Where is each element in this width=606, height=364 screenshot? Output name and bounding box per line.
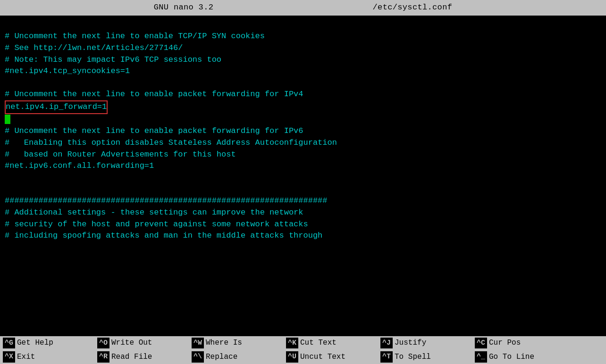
editor-line: #net.ipv6.conf.all.forwarding=1 [5,160,601,172]
menu-shortcut: ^\ [192,351,204,363]
menu-shortcut: ^X [3,351,15,363]
menu-item[interactable]: ^\Replace [189,351,283,363]
editor-line [5,77,601,89]
menu-label: To Spell [395,352,431,363]
editor-line [5,114,601,126]
menu-label: Where Is [206,338,242,348]
menu-item[interactable]: ^JJustify [378,337,472,349]
menu-shortcut: ^T [380,351,393,363]
cursor [5,115,10,124]
menu-bar: ^GGet Help^OWrite Out^WWhere Is^KCut Tex… [0,336,606,364]
editor-line: # Uncomment the next line to enable pack… [5,125,601,137]
menu-item[interactable]: ^CCur Pos [472,337,566,349]
menu-item[interactable]: ^TTo Spell [378,351,472,363]
editor-line: # security of the host and prevent again… [5,219,601,231]
editor-line: # Uncomment the next line to enable TCP/… [5,31,601,42]
menu-shortcut: ^K [286,338,298,349]
menu-label: Read File [111,352,152,363]
file-name: /etc/sysctl.conf [373,3,453,12]
menu-row: ^GGet Help^OWrite Out^WWhere Is^KCut Tex… [0,336,606,350]
editor-line: #net.ipv4.tcp_syncookies=1 [5,66,601,77]
menu-label: Cut Text [300,338,337,348]
editor-line [5,19,601,31]
menu-label: Write Out [111,338,152,348]
editor-line: # Enabling this option disables Stateles… [5,137,601,149]
menu-label: Replace [206,352,237,363]
menu-shortcut: ^G [3,338,15,349]
editor-line: # Additional settings - these settings c… [5,207,601,219]
menu-row: ^XExit^RRead File^\Replace^UUncut Text^T… [0,350,606,364]
menu-label: Get Help [17,338,53,348]
menu-label: Uncut Text [300,352,345,363]
menu-shortcut: ^O [97,338,109,349]
menu-item[interactable]: ^OWrite Out [94,337,189,349]
editor-line: # See http://lwn.net/Articles/277146/ [5,42,601,54]
editor-line: # based on Router Advertisements for thi… [5,149,601,161]
menu-label: Justify [395,338,426,348]
menu-shortcut: ^C [475,338,487,349]
editor-line [5,172,601,184]
menu-item[interactable]: ^UUncut Text [283,351,378,363]
editor-line: ########################################… [5,195,601,207]
menu-item[interactable]: ^KCut Text [283,337,378,349]
menu-label: Go To Line [489,352,534,363]
menu-item[interactable]: ^GGet Help [0,337,94,349]
menu-label: Exit [17,352,35,363]
menu-item[interactable]: ^_Go To Line [472,351,566,363]
menu-item[interactable]: ^RRead File [94,351,189,363]
menu-item[interactable]: ^WWhere Is [189,337,283,349]
menu-item[interactable]: ^XExit [0,351,94,363]
menu-shortcut: ^R [97,351,109,363]
menu-shortcut: ^J [380,338,393,349]
editor-line: # including spoofing attacks and man in … [5,230,601,242]
menu-shortcut: ^W [192,338,204,349]
title-bar: GNU nano 3.2 /etc/sysctl.conf [0,0,606,16]
editor-line [5,184,601,196]
editor-area: # Uncomment the next line to enable TCP/… [0,16,606,334]
editor-line: # Uncomment the next line to enable pack… [5,89,601,100]
editor-line: net.ipv4.ip_forward=1 [5,100,601,114]
menu-label: Cur Pos [489,338,521,348]
menu-shortcut: ^_ [475,351,487,363]
highlighted-line: net.ipv4.ip_forward=1 [5,100,108,114]
menu-shortcut: ^U [286,351,298,363]
editor-line: # Note: This may impact IPv6 TCP session… [5,54,601,66]
app-name: GNU nano 3.2 [154,3,214,12]
